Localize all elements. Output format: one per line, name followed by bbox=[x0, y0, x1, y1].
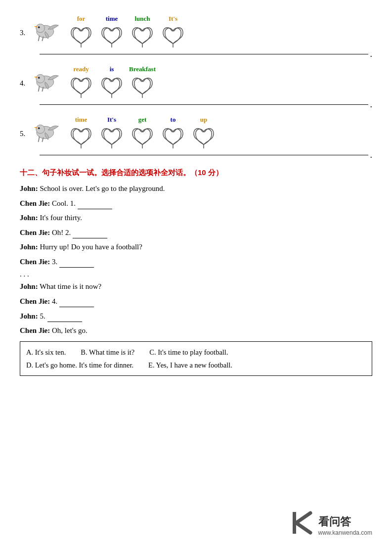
tulip-item: It's bbox=[159, 15, 187, 47]
tulip-item: ready bbox=[67, 65, 95, 98]
tulip-group: time It's get to up bbox=[67, 116, 218, 148]
speaker-label: John: bbox=[20, 243, 38, 251]
dialogue-line: Chen Jie: Cool. 1. bbox=[20, 197, 372, 209]
options-row-2: D. Let's go home. It's time for dinner.E… bbox=[26, 359, 366, 371]
svg-point-14 bbox=[36, 125, 44, 133]
svg-point-8 bbox=[36, 74, 44, 83]
fill-blank[interactable] bbox=[59, 255, 94, 268]
svg-point-15 bbox=[38, 127, 40, 129]
answer-line-row: . bbox=[40, 100, 372, 109]
word-row-5: 5. time It's get to up bbox=[20, 116, 372, 148]
footer-url: www.kanwenda.com bbox=[318, 529, 372, 536]
option-item: B. What time is it? bbox=[81, 346, 134, 359]
fill-blank[interactable] bbox=[78, 197, 112, 209]
dialogue-line: John: It's four thirty. bbox=[20, 212, 372, 224]
dialogue-line: John: School is over. Let's go to the pl… bbox=[20, 183, 372, 194]
speaker-label: John: bbox=[20, 282, 38, 290]
tulip-item: up bbox=[190, 116, 218, 148]
dialogue-line: Chen Jie: Oh, let's go. bbox=[20, 324, 372, 336]
row-number: 3. bbox=[20, 29, 30, 37]
word-row-3: 3. for time lunch It's bbox=[20, 15, 372, 47]
answer-line-row: . bbox=[40, 150, 372, 159]
svg-point-2 bbox=[38, 26, 40, 28]
speaker-label: Chen Jie: bbox=[20, 297, 50, 305]
option-item: A. It's six ten. bbox=[26, 346, 66, 359]
footer-text-block: 看问答 www.kanwenda.com bbox=[318, 514, 372, 536]
tulip-item: It's bbox=[98, 116, 126, 148]
dialogue-line: Chen Jie: 4. bbox=[20, 295, 372, 307]
tulip-item: time bbox=[98, 15, 126, 47]
tulip-word-text: time bbox=[75, 116, 87, 124]
dialogue-line: John: What time is it now? bbox=[20, 280, 372, 292]
bird-icon bbox=[35, 116, 63, 144]
svg-point-1 bbox=[36, 24, 44, 32]
footer-watermark: 看问答 www.kanwenda.com bbox=[291, 510, 372, 540]
fill-blank[interactable] bbox=[73, 226, 107, 238]
tulip-item: for bbox=[67, 15, 95, 47]
page-content: 3. for time lunch It's .4. ready bbox=[0, 0, 392, 396]
tulip-word-text: lunch bbox=[134, 15, 150, 23]
tulip-word-text: It's bbox=[169, 15, 177, 23]
answer-line bbox=[40, 155, 368, 155]
tulip-group: ready is Breakfast bbox=[67, 65, 156, 98]
tulip-word-text: for bbox=[77, 15, 86, 23]
tulip-word-text: ready bbox=[73, 65, 89, 73]
row-number: 4. bbox=[20, 79, 30, 88]
speaker-label: Chen Jie: bbox=[20, 229, 50, 236]
options-box: A. It's six ten.B. What time is it?C. It… bbox=[20, 341, 372, 376]
speaker-label: Chen Jie: bbox=[20, 326, 50, 334]
answer-dot: . bbox=[370, 49, 373, 58]
answer-dot: . bbox=[370, 100, 373, 109]
fill-blank[interactable] bbox=[47, 310, 82, 322]
footer-cn-name: 看问答 bbox=[318, 514, 372, 529]
svg-line-23 bbox=[296, 523, 310, 533]
option-item: D. Let's go home. It's time for dinner. bbox=[26, 359, 133, 371]
fill-blank[interactable] bbox=[59, 295, 94, 307]
tulip-item: time bbox=[67, 116, 95, 148]
dialogue-line: Chen Jie: Oh! 2. bbox=[20, 226, 372, 238]
speaker-label: Chen Jie: bbox=[20, 199, 50, 207]
tulip-item: to bbox=[159, 116, 187, 148]
tulip-item: get bbox=[129, 116, 156, 148]
speaker-label: John: bbox=[20, 185, 38, 192]
tulip-word-text: It's bbox=[107, 116, 116, 124]
dialogue-line: Chen Jie: 3. bbox=[20, 255, 372, 268]
tulip-word-text: is bbox=[110, 65, 114, 73]
option-item: C. It's time to play football. bbox=[149, 346, 228, 359]
footer-logo-icon bbox=[291, 510, 314, 540]
tulip-item: Breakfast bbox=[129, 65, 156, 98]
speaker-label: John: bbox=[20, 312, 38, 320]
svg-point-9 bbox=[38, 77, 40, 79]
kanwenda-logo-svg bbox=[291, 510, 314, 536]
answer-line-row: . bbox=[40, 49, 372, 58]
answer-line bbox=[40, 104, 368, 105]
dialogue-section: John: School is over. Let's go to the pl… bbox=[20, 183, 372, 336]
dialogue-line: John: Hurry up! Do you have a football? bbox=[20, 241, 372, 253]
answer-line bbox=[40, 54, 368, 54]
speaker-label: John: bbox=[20, 214, 38, 222]
tulip-word-text: to bbox=[171, 116, 176, 124]
dialogue-line: John: 5. bbox=[20, 310, 372, 322]
bird-icon bbox=[35, 15, 63, 44]
svg-line-22 bbox=[296, 513, 310, 523]
tulip-word-text: up bbox=[200, 116, 207, 124]
answer-dot: . bbox=[370, 150, 373, 159]
tulip-word-text: get bbox=[138, 116, 147, 124]
tulip-word-text: time bbox=[106, 15, 118, 23]
tulip-item: lunch bbox=[129, 15, 156, 47]
tulip-item: is bbox=[98, 65, 126, 98]
tulip-word-text: Breakfast bbox=[129, 65, 156, 73]
section-title: 十二、句子补妆试一试。选择合适的选项补全对话。（10 分） bbox=[20, 168, 372, 178]
word-row-4: 4. ready is Breakfast bbox=[20, 65, 372, 98]
word-rows-section: 3. for time lunch It's .4. ready bbox=[20, 15, 372, 159]
options-row-1: A. It's six ten.B. What time is it?C. It… bbox=[26, 346, 366, 359]
ellipsis-line: . . . bbox=[20, 270, 372, 278]
row-number: 5. bbox=[20, 130, 30, 138]
tulip-group: for time lunch It's bbox=[67, 15, 187, 47]
speaker-label: Chen Jie: bbox=[20, 258, 50, 266]
bird-icon bbox=[35, 65, 63, 94]
option-item: E. Yes, I have a new football. bbox=[148, 359, 232, 371]
